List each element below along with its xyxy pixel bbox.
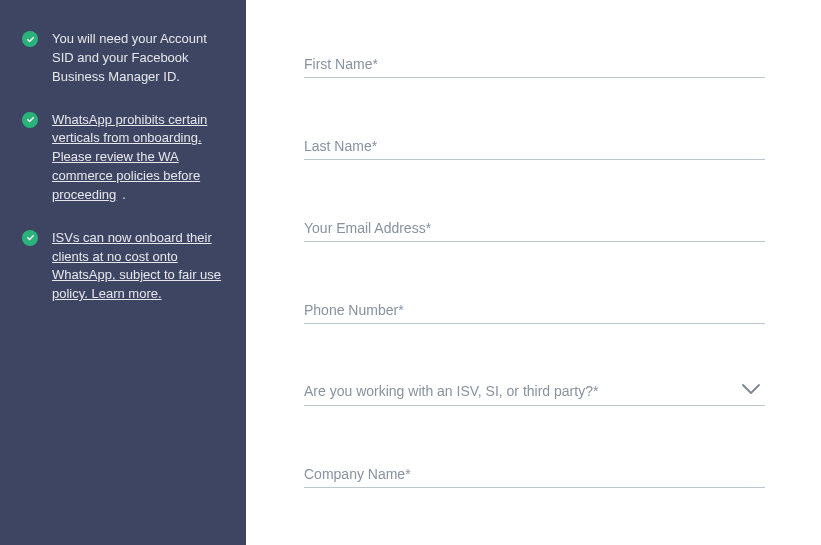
check-circle-icon bbox=[22, 112, 38, 128]
field-email: Your Email Address* bbox=[304, 212, 765, 242]
isv-select-label: Are you working with an ISV, SI, or thir… bbox=[304, 383, 741, 405]
sidebar-item-text[interactable]: ISVs can now onboard their clients at no… bbox=[52, 229, 228, 304]
field-first-name: First Name* bbox=[304, 48, 765, 78]
sidebar: You will need your Account SID and your … bbox=[0, 0, 246, 545]
field-last-name: Last Name* bbox=[304, 130, 765, 160]
check-circle-icon bbox=[22, 31, 38, 47]
sidebar-item-whatsapp-verticals[interactable]: WhatsApp prohibits certain verticals fro… bbox=[22, 111, 228, 205]
phone-input[interactable] bbox=[304, 294, 765, 324]
email-input[interactable] bbox=[304, 212, 765, 242]
sidebar-item-isvs[interactable]: ISVs can now onboard their clients at no… bbox=[22, 229, 228, 304]
field-isv-select: Are you working with an ISV, SI, or thir… bbox=[304, 376, 765, 406]
chevron-down-icon bbox=[741, 381, 765, 405]
sidebar-item-text: You will need your Account SID and your … bbox=[52, 30, 228, 87]
company-name-input[interactable] bbox=[304, 458, 765, 488]
trailing-dot: . bbox=[122, 187, 126, 202]
company-website-input[interactable] bbox=[304, 540, 765, 545]
last-name-input[interactable] bbox=[304, 130, 765, 160]
sidebar-item-account-sid: You will need your Account SID and your … bbox=[22, 30, 228, 87]
first-name-input[interactable] bbox=[304, 48, 765, 78]
form-panel: First Name* Last Name* Your Email Addres… bbox=[246, 0, 821, 545]
field-company-website: Company Website* bbox=[304, 540, 765, 545]
sidebar-item-text[interactable]: WhatsApp prohibits certain verticals fro… bbox=[52, 112, 207, 202]
field-company-name: Company Name* bbox=[304, 458, 765, 488]
check-circle-icon bbox=[22, 230, 38, 246]
field-phone: Phone Number* bbox=[304, 294, 765, 324]
isv-select[interactable]: Are you working with an ISV, SI, or thir… bbox=[304, 376, 765, 406]
sidebar-item-text-wrap: WhatsApp prohibits certain verticals fro… bbox=[52, 111, 228, 205]
